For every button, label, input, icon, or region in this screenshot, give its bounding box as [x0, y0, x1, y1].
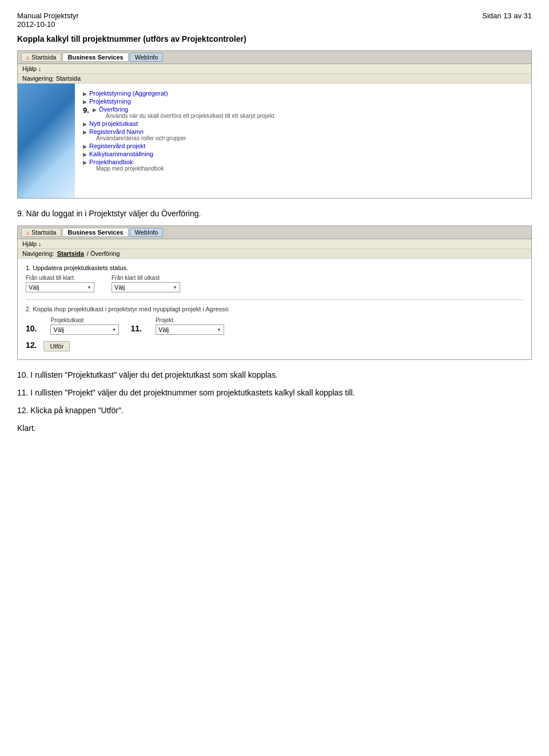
doc-title: Manual Projektstyr — [17, 11, 79, 20]
menu-bar-2: Hjälp ↓ — [18, 239, 531, 249]
field-label-projektutkast: Projektutkast — [50, 317, 119, 323]
breadcrumb-prefix: Navigering: — [22, 250, 54, 257]
dropdown-projekt[interactable]: Välj ▼ — [156, 324, 224, 335]
help-menu-2[interactable]: Hjälp ↓ — [22, 240, 42, 247]
dropdown-group-1: Från utkast till klart Välj ▼ — [26, 275, 94, 292]
menu-bar-1: Hjälp ↓ — [18, 64, 531, 74]
step10-label: 10. — [26, 324, 37, 335]
doc-header-left: Manual Projektstyr 2012-10-10 — [17, 11, 79, 29]
breadcrumb-suffix: / Överföring — [87, 250, 120, 257]
logo-image-1 — [18, 84, 75, 198]
nav-btn-webinfo-2[interactable]: WebInfo — [130, 228, 164, 237]
nav-btn-webinfo-1[interactable]: WebInfo — [130, 53, 164, 62]
body-text-klart: Klart. — [17, 422, 532, 434]
body-text-10: 10. I rullisten "Projektutkast" väljer d… — [17, 369, 532, 381]
screenshot2: ⌂ Startsida Business Services WebInfo Hj… — [17, 225, 532, 360]
arrow-icon: ▶ — [83, 99, 87, 105]
nav-btn-business-1[interactable]: Business Services — [62, 53, 128, 62]
menu-link[interactable]: Kalkylsammanställning — [89, 151, 153, 157]
list-item-overforing: 9. ▶ Överföring Används när du skall öve… — [83, 105, 523, 120]
content-area-1: ▶ Projektstyrning (Aggregerat) ▶ Projekt… — [18, 84, 531, 198]
dropdown-arrow-2: ▼ — [173, 285, 177, 290]
screenshot1: ⌂ Startsida Business Services WebInfo Hj… — [17, 50, 532, 199]
arrow-icon: ▶ — [83, 129, 87, 135]
breadcrumb-2: Navigering: Startsida / Överföring — [18, 249, 531, 259]
dropdown-projektutkast[interactable]: Välj ▼ — [50, 324, 119, 335]
dropdown-label-2: Från klart till utkast — [112, 275, 180, 281]
menu-desc-overforing: Används när du skall överföra ett projek… — [106, 113, 274, 119]
screenshot2-content: 1. Uppdatera projektutkastets status. Fr… — [18, 259, 531, 359]
arrow-icon: ▶ — [83, 152, 87, 157]
breadcrumb-link[interactable]: Startsida — [57, 250, 84, 257]
home-icon-2: ⌂ — [26, 229, 30, 236]
menu-list-1: ▶ Projektstyrning (Aggregerat) ▶ Projekt… — [83, 89, 523, 172]
list-item: ▶ Registervård Namn Användare/deras roll… — [83, 128, 523, 142]
step11-label: 11. — [130, 324, 141, 335]
dropdown-projekt-value: Välj — [158, 326, 169, 333]
body-text-12: 12. Klicka på knappen "Utför". — [17, 405, 532, 417]
doc-header: Manual Projektstyr 2012-10-10 Sidan 13 a… — [17, 11, 532, 29]
update-section: 1. Uppdatera projektutkastets status. Fr… — [26, 264, 523, 292]
breadcrumb-1: Navigering: Startsida — [18, 74, 531, 84]
field-group-1: Projektutkast Välj ▼ — [50, 317, 119, 335]
body-text-11: 11. I rullisten "Projekt" väljer du det … — [17, 387, 532, 399]
arrow-icon: ▶ — [93, 107, 97, 113]
menu-link[interactable]: Projekthandbok — [89, 159, 133, 165]
doc-date: 2012-10-10 — [17, 20, 79, 29]
arrow-icon: ▶ — [83, 91, 87, 97]
arrow-icon: ▶ — [83, 121, 87, 127]
help-menu-1[interactable]: Hjälp ↓ — [22, 65, 42, 72]
dropdown-label-1: Från utkast till klart — [26, 275, 94, 281]
step9-text: 9. När du loggat in i Projektstyr väljer… — [17, 208, 532, 220]
menu-link-overforing[interactable]: Överföring — [99, 106, 128, 113]
section-divider — [26, 299, 523, 300]
menu-link[interactable]: Projektstyrning — [89, 98, 131, 105]
menu-link[interactable]: Registervård Namn — [89, 128, 144, 135]
list-item: ▶ Kalkylsammanställning — [83, 150, 523, 158]
dropdown-select-1[interactable]: Välj ▼ — [26, 282, 94, 292]
doc-page-info: Sidan 13 av 31 — [482, 11, 532, 29]
list-item: ▶ Registervård projekt — [83, 142, 523, 150]
nav-bar-1: ⌂ Startsida Business Services WebInfo — [18, 51, 531, 64]
dropdown-arrow-3: ▼ — [112, 327, 117, 333]
menu-link[interactable]: Nytt projektutkast — [89, 120, 138, 127]
step1-label: 1. Uppdatera projektutkastets status. — [26, 264, 523, 271]
step2-label: 2. Koppla ihop projektutkast i projektst… — [26, 306, 523, 312]
nav-label-startsida-2: Startsida — [31, 229, 56, 236]
dropdown-arrow-1: ▼ — [87, 285, 92, 290]
nav-bar-2: ⌂ Startsida Business Services WebInfo — [18, 226, 531, 239]
nav-btn-startsida-2[interactable]: ⌂ Startsida — [21, 228, 61, 237]
field-group-2: Projekt Välj ▼ — [156, 317, 224, 335]
utfor-row: 12. Utför — [26, 341, 523, 351]
projektutkast-row: 10. Projektutkast Välj ▼ 11. Projekt Väl… — [26, 317, 523, 335]
step-9-label: 9. — [83, 106, 89, 114]
list-item: ▶ Projektstyrning (Aggregerat) — [83, 89, 523, 97]
dropdown-select-2[interactable]: Välj ▼ — [112, 282, 180, 292]
dropdown-value-2: Välj — [114, 284, 125, 291]
dropdown-group-2: Från klart till utkast Välj ▼ — [112, 275, 180, 292]
step12-label: 12. — [26, 341, 37, 351]
list-item: ▶ Projekthandbok Mapp med projekthandbok — [83, 158, 523, 172]
nav-label-startsida-1: Startsida — [31, 54, 56, 61]
menu-desc: Användare/deras roller och grupper — [96, 135, 186, 141]
field-label-projekt: Projekt — [156, 317, 224, 323]
dropdown-projektutkast-value: Välj — [53, 326, 63, 333]
section-title: Koppla kalkyl till projektnummer (utförs… — [17, 34, 532, 43]
menu-desc: Mapp med projekthandbok — [96, 165, 164, 172]
list-item: ▶ Projektstyrning — [83, 97, 523, 105]
dropdown-value-1: Välj — [29, 284, 39, 291]
menu-link[interactable]: Registervård projekt — [89, 143, 145, 149]
right-content-1: ▶ Projektstyrning (Aggregerat) ▶ Projekt… — [75, 84, 531, 198]
nav-btn-business-2[interactable]: Business Services — [62, 228, 128, 237]
dropdown-row: Från utkast till klart Välj ▼ Från klart… — [26, 275, 523, 292]
dropdown-arrow-4: ▼ — [217, 327, 221, 333]
list-item: ▶ Nytt projektutkast — [83, 120, 523, 128]
menu-link[interactable]: Projektstyrning (Aggregerat) — [89, 90, 168, 97]
nav-btn-startsida-1[interactable]: ⌂ Startsida — [21, 53, 61, 62]
utfor-button[interactable]: Utför — [43, 341, 70, 351]
arrow-icon: ▶ — [83, 160, 87, 165]
home-icon: ⌂ — [26, 54, 30, 61]
arrow-icon: ▶ — [83, 144, 87, 149]
